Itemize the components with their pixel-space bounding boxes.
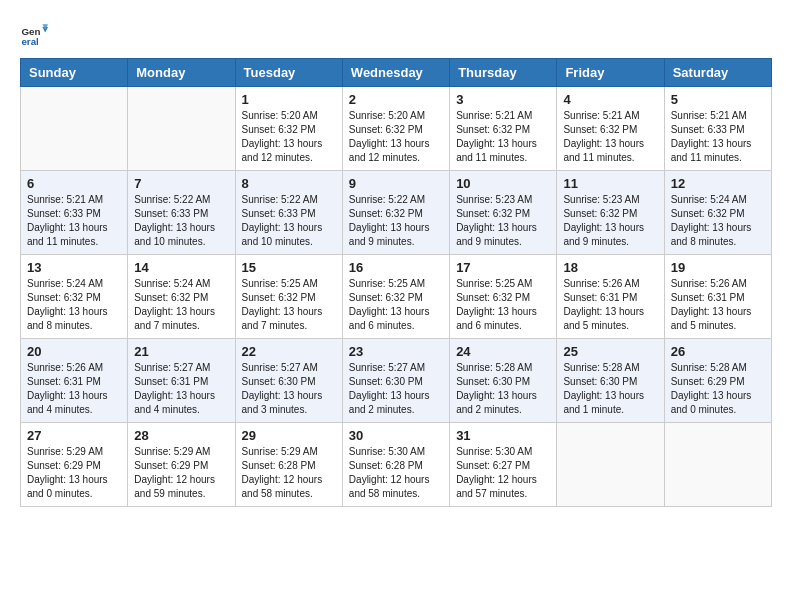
day-info: Sunrise: 5:25 AM Sunset: 6:32 PM Dayligh…	[456, 277, 550, 333]
calendar-cell: 8Sunrise: 5:22 AM Sunset: 6:33 PM Daylig…	[235, 171, 342, 255]
day-info: Sunrise: 5:21 AM Sunset: 6:32 PM Dayligh…	[563, 109, 657, 165]
day-number: 4	[563, 92, 657, 107]
day-number: 18	[563, 260, 657, 275]
day-number: 25	[563, 344, 657, 359]
calendar-week-row: 6Sunrise: 5:21 AM Sunset: 6:33 PM Daylig…	[21, 171, 772, 255]
day-info: Sunrise: 5:22 AM Sunset: 6:33 PM Dayligh…	[134, 193, 228, 249]
day-number: 20	[27, 344, 121, 359]
day-number: 14	[134, 260, 228, 275]
day-info: Sunrise: 5:23 AM Sunset: 6:32 PM Dayligh…	[563, 193, 657, 249]
calendar-cell: 27Sunrise: 5:29 AM Sunset: 6:29 PM Dayli…	[21, 423, 128, 507]
calendar-cell: 5Sunrise: 5:21 AM Sunset: 6:33 PM Daylig…	[664, 87, 771, 171]
day-number: 12	[671, 176, 765, 191]
weekday-header: Wednesday	[342, 59, 449, 87]
day-number: 23	[349, 344, 443, 359]
day-number: 22	[242, 344, 336, 359]
calendar-week-row: 13Sunrise: 5:24 AM Sunset: 6:32 PM Dayli…	[21, 255, 772, 339]
calendar-cell: 20Sunrise: 5:26 AM Sunset: 6:31 PM Dayli…	[21, 339, 128, 423]
day-number: 9	[349, 176, 443, 191]
day-info: Sunrise: 5:26 AM Sunset: 6:31 PM Dayligh…	[27, 361, 121, 417]
calendar-cell: 22Sunrise: 5:27 AM Sunset: 6:30 PM Dayli…	[235, 339, 342, 423]
calendar-cell: 30Sunrise: 5:30 AM Sunset: 6:28 PM Dayli…	[342, 423, 449, 507]
day-number: 1	[242, 92, 336, 107]
day-number: 29	[242, 428, 336, 443]
calendar-cell	[664, 423, 771, 507]
day-number: 5	[671, 92, 765, 107]
calendar-cell: 16Sunrise: 5:25 AM Sunset: 6:32 PM Dayli…	[342, 255, 449, 339]
day-number: 8	[242, 176, 336, 191]
calendar-cell: 26Sunrise: 5:28 AM Sunset: 6:29 PM Dayli…	[664, 339, 771, 423]
calendar-week-row: 27Sunrise: 5:29 AM Sunset: 6:29 PM Dayli…	[21, 423, 772, 507]
day-number: 16	[349, 260, 443, 275]
day-info: Sunrise: 5:29 AM Sunset: 6:29 PM Dayligh…	[27, 445, 121, 501]
calendar-cell: 19Sunrise: 5:26 AM Sunset: 6:31 PM Dayli…	[664, 255, 771, 339]
day-info: Sunrise: 5:27 AM Sunset: 6:31 PM Dayligh…	[134, 361, 228, 417]
day-info: Sunrise: 5:20 AM Sunset: 6:32 PM Dayligh…	[349, 109, 443, 165]
day-info: Sunrise: 5:27 AM Sunset: 6:30 PM Dayligh…	[349, 361, 443, 417]
day-number: 27	[27, 428, 121, 443]
calendar-cell: 31Sunrise: 5:30 AM Sunset: 6:27 PM Dayli…	[450, 423, 557, 507]
day-number: 24	[456, 344, 550, 359]
calendar-cell: 2Sunrise: 5:20 AM Sunset: 6:32 PM Daylig…	[342, 87, 449, 171]
day-info: Sunrise: 5:25 AM Sunset: 6:32 PM Dayligh…	[349, 277, 443, 333]
calendar-cell: 9Sunrise: 5:22 AM Sunset: 6:32 PM Daylig…	[342, 171, 449, 255]
calendar: SundayMondayTuesdayWednesdayThursdayFrid…	[20, 58, 772, 507]
day-info: Sunrise: 5:26 AM Sunset: 6:31 PM Dayligh…	[671, 277, 765, 333]
calendar-cell	[128, 87, 235, 171]
day-info: Sunrise: 5:23 AM Sunset: 6:32 PM Dayligh…	[456, 193, 550, 249]
weekday-header: Tuesday	[235, 59, 342, 87]
day-number: 13	[27, 260, 121, 275]
calendar-cell: 3Sunrise: 5:21 AM Sunset: 6:32 PM Daylig…	[450, 87, 557, 171]
day-info: Sunrise: 5:28 AM Sunset: 6:29 PM Dayligh…	[671, 361, 765, 417]
day-info: Sunrise: 5:24 AM Sunset: 6:32 PM Dayligh…	[27, 277, 121, 333]
day-number: 10	[456, 176, 550, 191]
day-info: Sunrise: 5:21 AM Sunset: 6:32 PM Dayligh…	[456, 109, 550, 165]
calendar-cell: 6Sunrise: 5:21 AM Sunset: 6:33 PM Daylig…	[21, 171, 128, 255]
day-info: Sunrise: 5:21 AM Sunset: 6:33 PM Dayligh…	[27, 193, 121, 249]
logo-icon: Gen eral	[20, 20, 48, 48]
weekday-header: Thursday	[450, 59, 557, 87]
day-number: 7	[134, 176, 228, 191]
calendar-cell: 14Sunrise: 5:24 AM Sunset: 6:32 PM Dayli…	[128, 255, 235, 339]
calendar-week-row: 1Sunrise: 5:20 AM Sunset: 6:32 PM Daylig…	[21, 87, 772, 171]
calendar-cell: 28Sunrise: 5:29 AM Sunset: 6:29 PM Dayli…	[128, 423, 235, 507]
calendar-header-row: SundayMondayTuesdayWednesdayThursdayFrid…	[21, 59, 772, 87]
day-info: Sunrise: 5:22 AM Sunset: 6:32 PM Dayligh…	[349, 193, 443, 249]
weekday-header: Monday	[128, 59, 235, 87]
header: Gen eral	[20, 20, 772, 48]
day-info: Sunrise: 5:27 AM Sunset: 6:30 PM Dayligh…	[242, 361, 336, 417]
calendar-cell: 7Sunrise: 5:22 AM Sunset: 6:33 PM Daylig…	[128, 171, 235, 255]
calendar-cell	[557, 423, 664, 507]
calendar-cell: 24Sunrise: 5:28 AM Sunset: 6:30 PM Dayli…	[450, 339, 557, 423]
day-number: 6	[27, 176, 121, 191]
day-info: Sunrise: 5:28 AM Sunset: 6:30 PM Dayligh…	[456, 361, 550, 417]
day-info: Sunrise: 5:29 AM Sunset: 6:29 PM Dayligh…	[134, 445, 228, 501]
day-number: 19	[671, 260, 765, 275]
day-info: Sunrise: 5:20 AM Sunset: 6:32 PM Dayligh…	[242, 109, 336, 165]
day-number: 2	[349, 92, 443, 107]
day-number: 31	[456, 428, 550, 443]
day-number: 15	[242, 260, 336, 275]
day-info: Sunrise: 5:22 AM Sunset: 6:33 PM Dayligh…	[242, 193, 336, 249]
calendar-cell: 1Sunrise: 5:20 AM Sunset: 6:32 PM Daylig…	[235, 87, 342, 171]
calendar-cell: 25Sunrise: 5:28 AM Sunset: 6:30 PM Dayli…	[557, 339, 664, 423]
day-number: 28	[134, 428, 228, 443]
calendar-cell: 23Sunrise: 5:27 AM Sunset: 6:30 PM Dayli…	[342, 339, 449, 423]
calendar-week-row: 20Sunrise: 5:26 AM Sunset: 6:31 PM Dayli…	[21, 339, 772, 423]
day-number: 11	[563, 176, 657, 191]
weekday-header: Sunday	[21, 59, 128, 87]
calendar-cell	[21, 87, 128, 171]
day-info: Sunrise: 5:24 AM Sunset: 6:32 PM Dayligh…	[134, 277, 228, 333]
calendar-cell: 15Sunrise: 5:25 AM Sunset: 6:32 PM Dayli…	[235, 255, 342, 339]
day-info: Sunrise: 5:25 AM Sunset: 6:32 PM Dayligh…	[242, 277, 336, 333]
calendar-cell: 21Sunrise: 5:27 AM Sunset: 6:31 PM Dayli…	[128, 339, 235, 423]
calendar-cell: 18Sunrise: 5:26 AM Sunset: 6:31 PM Dayli…	[557, 255, 664, 339]
calendar-cell: 13Sunrise: 5:24 AM Sunset: 6:32 PM Dayli…	[21, 255, 128, 339]
day-number: 21	[134, 344, 228, 359]
day-number: 26	[671, 344, 765, 359]
calendar-cell: 17Sunrise: 5:25 AM Sunset: 6:32 PM Dayli…	[450, 255, 557, 339]
calendar-cell: 12Sunrise: 5:24 AM Sunset: 6:32 PM Dayli…	[664, 171, 771, 255]
day-info: Sunrise: 5:24 AM Sunset: 6:32 PM Dayligh…	[671, 193, 765, 249]
calendar-cell: 4Sunrise: 5:21 AM Sunset: 6:32 PM Daylig…	[557, 87, 664, 171]
day-info: Sunrise: 5:30 AM Sunset: 6:27 PM Dayligh…	[456, 445, 550, 501]
